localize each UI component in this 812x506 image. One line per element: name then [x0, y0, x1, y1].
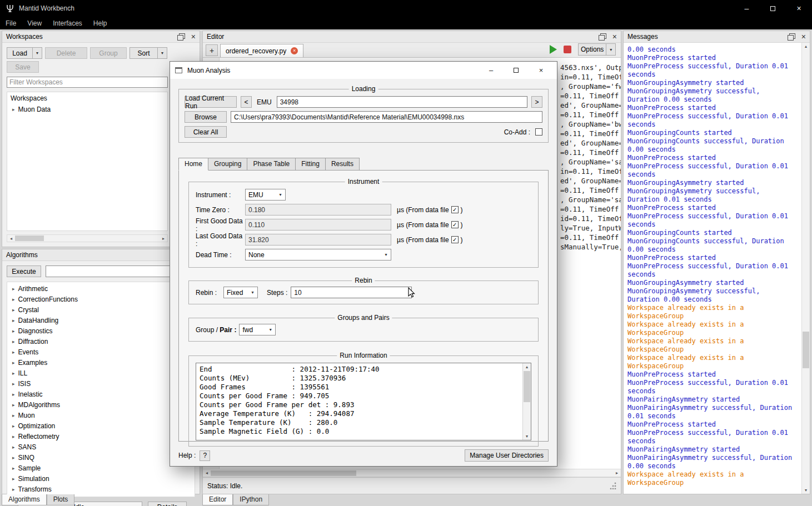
- rebin-mode-combobox[interactable]: Fixed ▾: [223, 287, 258, 298]
- menu-view[interactable]: View: [22, 17, 47, 29]
- menu-help[interactable]: Help: [88, 17, 113, 29]
- algorithm-category[interactable]: ▸Muon: [7, 410, 195, 421]
- filter-workspaces-input[interactable]: [7, 77, 168, 88]
- scroll-right-icon[interactable]: ▸: [613, 470, 621, 475]
- algorithm-category[interactable]: ▸ILL: [7, 368, 195, 379]
- save-button[interactable]: Save: [7, 61, 39, 73]
- load-current-run-button[interactable]: Load Current Run: [185, 96, 237, 108]
- algorithm-category[interactable]: ▸CorrectionFunctions: [7, 294, 195, 305]
- algorithm-category[interactable]: ▸Crystal: [7, 305, 195, 315]
- resize-grip[interactable]: [609, 482, 616, 489]
- first-good-data-input[interactable]: [245, 219, 391, 231]
- load-button[interactable]: Load ▾: [7, 47, 42, 59]
- editor-horizontal-scrollbar[interactable]: ◂ ▸: [203, 469, 621, 477]
- delete-button[interactable]: Delete: [45, 47, 87, 59]
- expand-arrow-icon[interactable]: ▸: [12, 454, 15, 462]
- algorithm-category[interactable]: ▸Examples: [7, 358, 195, 368]
- algorithm-category[interactable]: ▸Sample: [7, 463, 195, 474]
- algorithm-category[interactable]: ▸Reflectometry: [7, 432, 195, 442]
- algorithm-category[interactable]: ▸Optimization: [7, 421, 195, 432]
- expand-arrow-icon[interactable]: ▸: [12, 338, 15, 346]
- maximize-button[interactable]: [504, 62, 529, 79]
- workspace-tree-item[interactable]: ▸Muon Data: [7, 104, 167, 115]
- time-zero-input[interactable]: [245, 204, 391, 216]
- run-info-vertical-scrollbar[interactable]: ▴ ▾: [522, 363, 531, 440]
- previous-run-button[interactable]: <: [241, 96, 252, 108]
- expand-arrow-icon[interactable]: ▸: [12, 475, 15, 483]
- scrollbar-thumb[interactable]: [524, 371, 530, 402]
- expand-arrow-icon[interactable]: ▸: [12, 369, 15, 378]
- maximize-button[interactable]: [760, 0, 786, 17]
- from-data-file-checkbox[interactable]: ✓: [451, 206, 459, 213]
- manage-user-directories-button[interactable]: Manage User Directories: [465, 449, 549, 462]
- new-tab-button[interactable]: +: [206, 44, 218, 56]
- minimize-button[interactable]: –: [734, 0, 760, 17]
- menu-interfaces[interactable]: Interfaces: [47, 17, 88, 29]
- algorithm-category[interactable]: ▸SANS: [7, 442, 195, 453]
- minimize-button[interactable]: –: [479, 62, 504, 79]
- tab-fitting[interactable]: Fitting: [296, 158, 326, 171]
- expand-arrow-icon[interactable]: ▸: [12, 317, 15, 325]
- expand-arrow-icon[interactable]: ▸: [12, 285, 15, 293]
- scrollbar-thumb[interactable]: [211, 470, 356, 476]
- expand-arrow-icon[interactable]: ▸: [12, 380, 15, 388]
- dialog-titlebar[interactable]: Muon Analysis – ×: [170, 62, 557, 79]
- last-good-data-input[interactable]: [245, 234, 391, 246]
- expand-arrow-icon[interactable]: ▸: [12, 348, 15, 357]
- run-script-button[interactable]: [550, 45, 557, 54]
- execute-button[interactable]: Execute: [7, 265, 41, 277]
- tab-phase-table[interactable]: Phase Table: [247, 158, 296, 171]
- tab-editor[interactable]: Editor: [202, 494, 233, 505]
- algorithm-category[interactable]: ▸SINQ: [7, 453, 195, 463]
- group-button[interactable]: Group: [90, 47, 127, 59]
- options-button[interactable]: Options ▾: [578, 43, 616, 56]
- close-icon[interactable]: ×: [612, 33, 617, 40]
- scrollbar-thumb[interactable]: [15, 236, 44, 241]
- sort-button[interactable]: Sort ▾: [129, 47, 167, 59]
- expand-arrow-icon[interactable]: ▸: [12, 433, 15, 441]
- algorithm-category[interactable]: ▸Simulation: [7, 474, 195, 484]
- expand-arrow-icon[interactable]: ▸: [12, 464, 15, 473]
- scrollbar-thumb[interactable]: [803, 332, 809, 368]
- expand-arrow-icon[interactable]: ▸: [12, 485, 15, 494]
- close-icon[interactable]: ×: [191, 33, 196, 40]
- undock-icon[interactable]: [788, 33, 795, 40]
- algorithm-category[interactable]: ▸Inelastic: [7, 389, 195, 400]
- scroll-left-icon[interactable]: ◂: [7, 236, 15, 241]
- expand-arrow-icon[interactable]: ▸: [12, 422, 15, 430]
- expand-arrow-icon[interactable]: ▸: [12, 295, 15, 304]
- expand-arrow-icon[interactable]: ▸: [12, 443, 15, 452]
- tab-results[interactable]: Results: [326, 158, 360, 171]
- dead-time-combobox[interactable]: None ▾: [245, 249, 391, 260]
- browse-button[interactable]: Browse: [185, 111, 227, 123]
- algorithm-category[interactable]: ▸MDAlgorithms: [7, 400, 195, 410]
- expand-arrow-icon[interactable]: ▸: [12, 106, 15, 114]
- tab-algorithms[interactable]: Algorithms: [2, 494, 47, 505]
- scroll-down-icon[interactable]: ▾: [523, 433, 531, 440]
- algorithm-category[interactable]: ▸Diagnostics: [7, 326, 195, 337]
- close-icon[interactable]: ×: [801, 33, 806, 40]
- menu-file[interactable]: File: [0, 17, 22, 29]
- steps-input[interactable]: [291, 287, 412, 298]
- close-button[interactable]: ×: [786, 0, 812, 17]
- tab-ipython[interactable]: IPython: [233, 494, 269, 505]
- expand-arrow-icon[interactable]: ▸: [12, 412, 15, 420]
- tab-plots[interactable]: Plots: [47, 494, 75, 505]
- algorithm-category[interactable]: ▸Arithmetic: [7, 284, 195, 294]
- algorithm-category[interactable]: ▸Transforms: [7, 484, 195, 495]
- messages-vertical-scrollbar[interactable]: ▴ ▾: [801, 43, 810, 494]
- group-pair-combobox[interactable]: fwd ▾: [239, 324, 276, 335]
- file-path-input[interactable]: [231, 111, 542, 123]
- expand-arrow-icon[interactable]: ▸: [12, 359, 15, 367]
- abort-script-button[interactable]: [564, 46, 571, 53]
- algorithm-category[interactable]: ▸Diffraction: [7, 337, 195, 347]
- scroll-up-icon[interactable]: ▴: [802, 43, 810, 50]
- undock-icon[interactable]: [177, 33, 185, 40]
- workspaces-horizontal-scrollbar[interactable]: ◂ ▸: [7, 234, 168, 242]
- file-tab[interactable]: ordered_recovery.py ×: [220, 44, 303, 57]
- help-button[interactable]: ?: [200, 450, 210, 461]
- instrument-combobox[interactable]: EMU ▾: [245, 189, 286, 201]
- next-run-button[interactable]: >: [531, 96, 542, 108]
- expand-arrow-icon[interactable]: ▸: [12, 401, 15, 409]
- expand-arrow-icon[interactable]: ▸: [12, 306, 15, 314]
